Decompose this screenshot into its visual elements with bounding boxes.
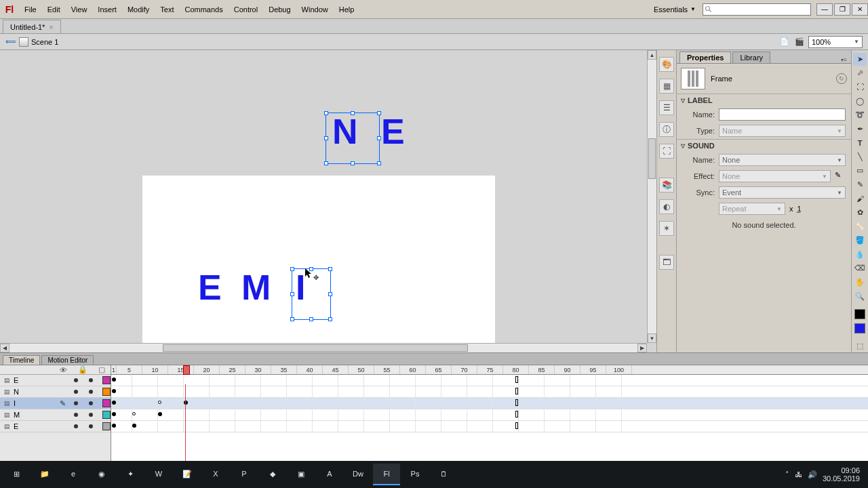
lock-dot[interactable] [89,401,93,405]
label-type-dropdown[interactable]: Name▼ [719,125,846,137]
taskbar-app-chrome[interactable]: ◉ [88,464,115,485]
project-panel-icon[interactable]: 🗔 [659,255,674,270]
menu-control[interactable]: Control [229,0,263,18]
volume-icon[interactable]: 🔊 [808,470,817,479]
subselection-tool[interactable]: ⬀ [853,67,867,80]
menu-insert[interactable]: Insert [92,0,122,18]
visibility-dot[interactable] [74,413,78,417]
scroll-down-icon[interactable]: ▼ [648,333,656,343]
keyframe[interactable] [112,412,116,416]
outline-color[interactable] [102,376,111,384]
stage-letter-e[interactable]: E [381,111,405,152]
tab-library[interactable]: Library [732,52,770,63]
layer-row[interactable]: ▤M [0,409,111,421]
tab-timeline[interactable]: Timeline [3,355,40,365]
span-end[interactable] [515,376,518,383]
ruler-tick[interactable]: 75 [477,365,503,374]
taskbar-app-word[interactable]: W [145,464,172,485]
free-transform-tool[interactable]: ⛶ [853,81,867,94]
menu-modify[interactable]: Modify [122,0,155,18]
restore-button[interactable]: ❐ [834,3,850,16]
stroke-swatch[interactable] [854,309,865,319]
keyframe[interactable] [112,378,116,382]
motion-panel-icon[interactable]: ◐ [659,199,674,214]
taskbar-app-access[interactable]: A [316,464,343,485]
frame-row[interactable] [111,375,868,386]
ruler-tick[interactable]: 80 [503,365,529,374]
edit-symbols-icon[interactable]: 🎬 [793,36,806,48]
hand-tool[interactable]: ✋ [853,276,867,289]
loop-icon[interactable]: ↻ [836,73,847,84]
ruler-tick[interactable]: 25 [220,365,245,374]
line-tool[interactable]: ╲ [853,150,867,163]
frame-row[interactable] [111,421,868,432]
layer-row[interactable]: ▤E [0,375,111,386]
stage-area[interactable]: N E E M I ✥ ▲ [0,50,656,352]
keyframe[interactable] [184,401,188,405]
minimize-button[interactable]: — [816,3,833,16]
clock[interactable]: 09:06 30.05.2019 [823,466,860,483]
vertical-scrollbar[interactable]: ▲ ▼ [647,50,656,343]
outline-color[interactable] [102,399,111,407]
keyframe[interactable] [112,401,116,405]
paint-bucket-tool[interactable]: 🪣 [853,235,867,247]
visibility-dot[interactable] [74,401,78,405]
lock-icon[interactable]: 🔒 [78,365,87,374]
fill-swatch[interactable] [854,323,865,333]
system-tray[interactable]: ˄ 🖧 🔊 09:06 30.05.2019 [785,466,865,483]
ruler-tick[interactable]: 85 [529,365,555,374]
ruler-tick[interactable]: 55 [374,365,400,374]
tab-motion-editor[interactable]: Motion Editor [41,355,94,365]
keyframe[interactable] [158,401,161,404]
outline-color[interactable] [102,422,111,430]
visibility-dot[interactable] [74,390,78,394]
ruler-tick[interactable]: 90 [555,365,580,374]
visibility-dot[interactable] [74,378,78,382]
stage-letter-e2[interactable]: E [198,267,222,308]
keyframe[interactable] [132,412,136,415]
ruler-tick[interactable]: 65 [426,365,452,374]
ruler-tick[interactable]: 70 [452,365,477,374]
ruler-tick[interactable]: 20 [194,365,220,374]
ruler-tick[interactable]: 1 [111,365,117,374]
3d-rotation-tool[interactable]: ◯ [853,95,867,108]
sound-effect-dropdown[interactable]: None▼ [719,170,831,182]
taskbar-app-ie[interactable]: e [60,464,87,485]
menu-file[interactable]: File [19,0,42,18]
menu-window[interactable]: Window [296,0,334,18]
search-input[interactable] [703,3,811,16]
scrollbar-thumb[interactable] [648,138,656,179]
swatches-panel-icon[interactable]: ▦ [659,79,674,94]
taskbar-app-photoshop[interactable]: Ps [401,464,429,485]
ruler-tick[interactable]: 10 [142,365,168,374]
taskbar-app-app4[interactable]: 🗒 [430,464,457,485]
label-name-input[interactable] [719,108,846,121]
scroll-left-icon[interactable]: ◀ [0,344,9,352]
taskbar-app-app1[interactable]: ✦ [117,464,144,485]
layer-row[interactable]: ▤I✎ [0,398,111,409]
playhead[interactable] [183,365,190,375]
span-end[interactable] [515,388,518,394]
scroll-right-icon[interactable]: ▶ [637,344,647,352]
deco-tool[interactable]: ✿ [853,206,867,219]
sound-repeat-dropdown[interactable]: Repeat▼ [719,203,785,215]
menu-text[interactable]: Text [155,0,179,18]
taskbar-app-excel[interactable]: X [202,464,229,485]
zoom-tool[interactable]: 🔍 [853,290,867,303]
lock-dot[interactable] [89,424,93,428]
menu-edit[interactable]: Edit [42,0,66,18]
ruler-tick[interactable]: 40 [297,365,323,374]
horizontal-scrollbar[interactable]: ◀ ▶ [0,343,647,352]
sound-sync-dropdown[interactable]: Event▼ [719,186,846,199]
stage-canvas[interactable] [142,176,495,352]
tab-properties[interactable]: Properties [679,52,731,63]
pen-tool[interactable]: ✒ [853,123,867,136]
label-section-header[interactable]: ▽LABEL [677,94,851,106]
taskbar-app-powerpoint[interactable]: P [231,464,258,485]
lasso-tool[interactable]: ➰ [853,108,867,121]
text-tool[interactable]: T [853,136,867,149]
ruler-tick[interactable]: 30 [245,365,271,374]
panel-menu-icon[interactable]: ▾≡ [841,57,847,63]
rectangle-tool[interactable]: ▭ [853,165,867,178]
lock-dot[interactable] [89,413,93,417]
